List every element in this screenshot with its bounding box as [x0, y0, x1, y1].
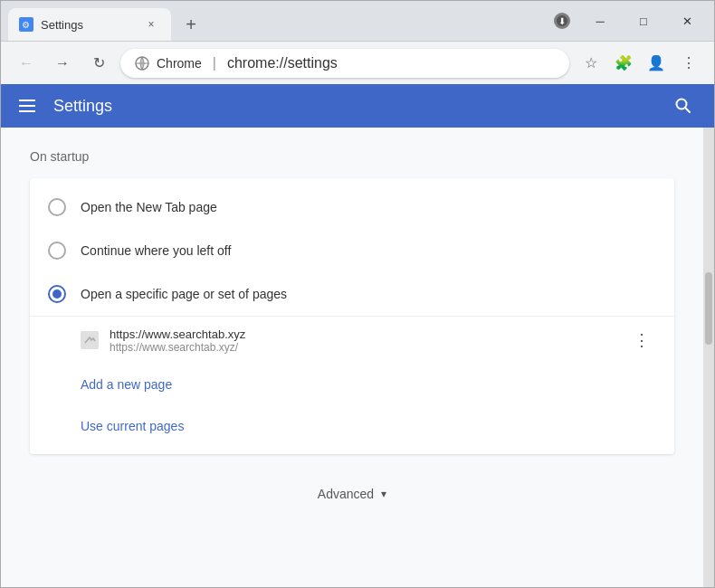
address-bar: ← → ↻ Chrome | chrome://settings ☆ 🧩 👤 ⋮ — [1, 41, 714, 84]
hamburger-line-1 — [19, 100, 35, 101]
settings-page-title: Settings — [53, 97, 112, 116]
svg-text:⚙: ⚙ — [22, 20, 30, 30]
new-tab-button[interactable]: + — [175, 8, 207, 41]
address-favicon — [135, 56, 149, 71]
content-area: PC On startup Open the New Tab page Cont… — [1, 128, 714, 587]
svg-text:⬇: ⬇ — [558, 16, 566, 26]
active-tab[interactable]: ⚙ Settings × — [8, 8, 171, 41]
section-title: On startup — [30, 149, 674, 164]
download-button[interactable]: ⬇ — [548, 6, 577, 35]
option-continue-label: Continue where you left off — [81, 243, 231, 258]
browser-window: ⚙ Settings × + ⬇ ─ □ ✕ ← → ↻ — [0, 0, 715, 588]
advanced-label: Advanced — [318, 487, 374, 501]
hamburger-line-3 — [19, 110, 35, 112]
radio-specific[interactable] — [48, 285, 66, 303]
svg-line-9 — [685, 108, 690, 112]
url-more-button[interactable]: ⋮ — [627, 326, 656, 355]
scrollbar-thumb[interactable] — [705, 272, 712, 345]
toolbar-actions: ☆ 🧩 👤 ⋮ — [577, 49, 703, 78]
tab-favicon: ⚙ — [19, 17, 33, 32]
hamburger-line-2 — [19, 105, 35, 107]
address-url: chrome://settings — [227, 55, 338, 71]
window-controls: ─ □ ✕ — [580, 6, 707, 35]
close-button[interactable]: ✕ — [667, 6, 707, 35]
option-specific[interactable]: Open a specific page or set of pages — [30, 272, 674, 316]
address-input[interactable]: Chrome | chrome://settings — [120, 49, 569, 78]
tab-close-button[interactable]: × — [142, 15, 160, 33]
tab-title: Settings — [41, 18, 135, 32]
maximize-button[interactable]: □ — [624, 6, 663, 35]
url-entry: https://www.searchtab.xyz https://www.se… — [30, 316, 674, 364]
scrollbar[interactable] — [703, 128, 714, 587]
startup-options-card: Open the New Tab page Continue where you… — [30, 178, 674, 454]
site-name: Chrome — [157, 56, 202, 71]
bookmark-button[interactable]: ☆ — [577, 49, 605, 78]
add-page-action[interactable]: Add a new page — [30, 364, 674, 405]
profile-button[interactable]: 👤 — [642, 49, 671, 78]
add-page-link[interactable]: Add a new page — [81, 377, 172, 392]
tab-strip: ⚙ Settings × + — [8, 1, 548, 41]
radio-new-tab[interactable] — [48, 198, 66, 216]
chevron-down-icon: ▾ — [381, 488, 386, 500]
option-new-tab-label: Open the New Tab page — [81, 200, 217, 214]
title-bar: ⚙ Settings × + ⬇ ─ □ ✕ — [1, 1, 714, 41]
settings-header: Settings — [1, 84, 714, 128]
hamburger-menu-button[interactable] — [15, 96, 39, 116]
url-text-block: https://www.searchtab.xyz https://www.se… — [110, 327, 616, 354]
back-button[interactable]: ← — [12, 49, 41, 78]
menu-button[interactable]: ⋮ — [674, 49, 703, 78]
url-favicon-icon — [81, 331, 99, 349]
forward-button[interactable]: → — [48, 49, 77, 78]
advanced-button[interactable]: Advanced ▾ — [303, 479, 401, 508]
option-new-tab[interactable]: Open the New Tab page — [30, 185, 674, 229]
minimize-button[interactable]: ─ — [580, 6, 620, 35]
content-inner: On startup Open the New Tab page Continu… — [30, 149, 674, 526]
use-current-action[interactable]: Use current pages — [30, 405, 674, 447]
radio-continue[interactable] — [48, 242, 66, 260]
use-current-link[interactable]: Use current pages — [81, 419, 184, 433]
option-continue[interactable]: Continue where you left off — [30, 229, 674, 272]
settings-content: PC On startup Open the New Tab page Cont… — [1, 128, 703, 587]
option-specific-label: Open a specific page or set of pages — [81, 287, 287, 301]
address-separator: | — [213, 55, 216, 71]
advanced-section: Advanced ▾ — [30, 461, 674, 526]
url-main-text: https://www.searchtab.xyz — [110, 327, 616, 341]
search-settings-button[interactable] — [667, 90, 700, 122]
url-sub-text: https://www.searchtab.xyz/ — [110, 341, 616, 354]
reload-button[interactable]: ↻ — [84, 49, 113, 78]
extensions-button[interactable]: 🧩 — [609, 49, 638, 78]
